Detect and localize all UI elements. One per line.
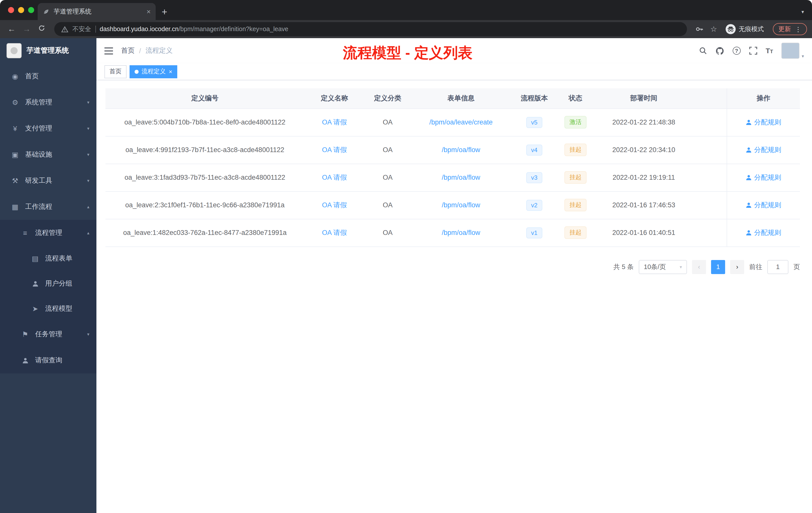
definition-name-link[interactable]: OA 请假	[322, 118, 347, 126]
breadcrumb: 首页 / 流程定义	[121, 46, 173, 55]
tag-home[interactable]: 首页	[105, 65, 126, 78]
reload-button[interactable]	[35, 25, 48, 34]
page-size-select[interactable]: 10条/页 ▾	[639, 260, 687, 274]
logo-avatar	[6, 43, 22, 58]
forward-button[interactable]: →	[20, 25, 33, 34]
tools-icon: ⚒	[11, 177, 19, 185]
tags-view: 首页 流程定义 ×	[96, 63, 812, 80]
sidebar-item-system[interactable]: ⚙ 系统管理 ▾	[0, 89, 96, 116]
sidebar-item-leave-query[interactable]: 请假查询	[0, 348, 96, 373]
close-window-button[interactable]	[8, 7, 14, 13]
sidebar-fold-icon[interactable]	[105, 47, 113, 55]
table-row: oa_leave:2:3c1f0ef1-76b1-11ec-9c66-a2380…	[106, 191, 800, 219]
fullscreen-icon[interactable]	[749, 47, 757, 55]
font-size-icon[interactable]: TT	[766, 47, 773, 55]
form-link[interactable]: /bpm/oa/flow	[442, 174, 480, 181]
definition-id: oa_leave:2:3c1f0ef1-76b1-11ec-9c66-a2380…	[106, 191, 304, 219]
security-warning-icon	[61, 26, 68, 32]
zoom-window-button[interactable]	[28, 7, 34, 13]
definition-table: 定义编号 定义名称 定义分类 表单信息 流程版本 状态 部署时间 操作	[106, 88, 800, 247]
close-icon[interactable]: ×	[169, 68, 172, 75]
avatar-image	[782, 43, 800, 59]
breadcrumb-home[interactable]: 首页	[121, 46, 135, 55]
page-size-value: 10条/页	[644, 262, 666, 271]
tab-search-icon[interactable]: ▾	[802, 9, 804, 14]
assign-rule-button[interactable]: 分配规则	[746, 145, 781, 154]
incognito-badge: 无痕模式	[726, 24, 764, 34]
form-link[interactable]: /bpm/oa/flow	[442, 229, 480, 236]
key-icon[interactable]	[695, 25, 703, 33]
assign-rule-button[interactable]: 分配规则	[746, 173, 781, 182]
page-button-1[interactable]: 1	[711, 260, 725, 274]
top-navbar: 首页 / 流程定义 流程模型 - 定义列表 ? TT	[96, 38, 812, 63]
form-link[interactable]: /bpm/oa/leave/create	[429, 118, 493, 126]
minimize-window-button[interactable]	[18, 7, 24, 13]
assign-rule-label: 分配规则	[754, 173, 781, 182]
assign-rule-button[interactable]: 分配规则	[746, 228, 781, 237]
goto-label: 前往	[749, 262, 762, 271]
definition-name-link[interactable]: OA 请假	[322, 201, 347, 209]
sidebar-item-workflow[interactable]: ▦ 工作流程 ▴	[0, 194, 96, 220]
help-icon[interactable]: ?	[733, 47, 741, 55]
sidebar-item-label: 任务管理	[35, 330, 62, 339]
sidebar-item-infrastructure[interactable]: ▣ 基础设施 ▾	[0, 142, 96, 168]
browser-tab[interactable]: 芋道管理系统 ×	[38, 3, 156, 20]
chevron-down-icon: ▾	[87, 100, 89, 105]
new-tab-button[interactable]: +	[162, 7, 167, 17]
next-page-button[interactable]: ›	[730, 260, 744, 274]
assign-rule-button[interactable]: 分配规则	[746, 118, 781, 127]
goto-page-input[interactable]	[767, 260, 788, 274]
definition-id: oa_leave:3:1fad3d93-7b75-11ec-a3c8-acde4…	[106, 163, 304, 191]
tag-process-definition[interactable]: 流程定义 ×	[129, 65, 177, 78]
sidebar-item-task-management[interactable]: ⚑ 任务管理 ▾	[0, 321, 96, 348]
app-logo[interactable]: 芋道管理系统	[0, 38, 96, 63]
chevron-up-icon: ▴	[87, 231, 89, 235]
sidebar-item-process-model[interactable]: ➤ 流程模型	[0, 296, 96, 321]
back-button[interactable]: ←	[5, 25, 18, 34]
spacer	[694, 191, 727, 219]
definition-id: oa_leave:5:004b710b-7b8a-11ec-8ef0-acde4…	[106, 109, 304, 136]
sidebar-item-label: 基础设施	[25, 150, 52, 159]
prev-page-button[interactable]: ‹	[692, 260, 706, 274]
sidebar-item-user-group[interactable]: 用户分组	[0, 271, 96, 296]
definition-category: OA	[365, 191, 411, 219]
page-annotation: 流程模型 - 定义列表	[343, 43, 472, 63]
update-browser-button[interactable]: 更新 ⋮	[773, 23, 807, 35]
form-link[interactable]: /bpm/oa/flow	[442, 201, 480, 209]
sidebar-item-devtools[interactable]: ⚒ 研发工具 ▾	[0, 168, 96, 194]
menu-kebab-icon[interactable]: ⋮	[795, 25, 802, 33]
definition-name-link[interactable]: OA 请假	[322, 174, 347, 181]
user-group-icon	[31, 280, 39, 287]
search-icon[interactable]	[699, 47, 707, 55]
form-link[interactable]: /bpm/oa/flow	[442, 146, 480, 154]
bookmark-star-icon[interactable]: ☆	[710, 25, 717, 34]
user-avatar[interactable]: ▾	[782, 43, 804, 59]
version-badge: v4	[526, 144, 542, 155]
assign-rule-button[interactable]: 分配规则	[746, 201, 781, 210]
browser-toolbar: ← → 不安全 dashboard.yudao.iocoder.cn/bpm/m…	[0, 20, 812, 38]
address-bar[interactable]: 不安全 dashboard.yudao.iocoder.cn/bpm/manag…	[54, 22, 687, 36]
sidebar-item-label: 工作流程	[25, 202, 52, 211]
assign-rule-label: 分配规则	[754, 201, 781, 210]
definition-name-link[interactable]: OA 请假	[322, 146, 347, 153]
person-icon	[746, 202, 752, 208]
sidebar-item-payment[interactable]: ¥ 支付管理 ▾	[0, 116, 96, 142]
chevron-down-icon: ▾	[87, 126, 89, 131]
pagination: 共 5 条 10条/页 ▾ ‹ 1 › 前往 页	[106, 260, 800, 274]
sidebar: 芋道管理系统 ◉ 首页 ⚙ 系统管理 ▾ ¥ 支付管理 ▾ ▣ 基础设施 ▾	[0, 38, 96, 513]
person-icon	[746, 230, 752, 236]
sidebar-item-home[interactable]: ◉ 首页	[0, 63, 96, 89]
paper-plane-icon: ➤	[31, 305, 39, 313]
definition-category: OA	[365, 109, 411, 136]
deploy-time: 2022-01-16 17:46:53	[593, 191, 694, 219]
tab-close-icon[interactable]: ×	[147, 7, 151, 16]
sidebar-item-process-management[interactable]: ≡ 流程管理 ▴	[0, 220, 96, 246]
definition-name-link[interactable]: OA 请假	[322, 229, 347, 236]
sidebar-item-process-form[interactable]: ▤ 流程表单	[0, 246, 96, 271]
sidebar-item-label: 首页	[25, 72, 39, 81]
person-icon	[746, 147, 752, 153]
status-badge: 挂起	[564, 171, 586, 184]
github-icon[interactable]	[716, 47, 724, 55]
assign-rule-label: 分配规则	[754, 118, 781, 127]
url-path: /bpm/manager/definition?key=oa_leave	[178, 26, 288, 33]
